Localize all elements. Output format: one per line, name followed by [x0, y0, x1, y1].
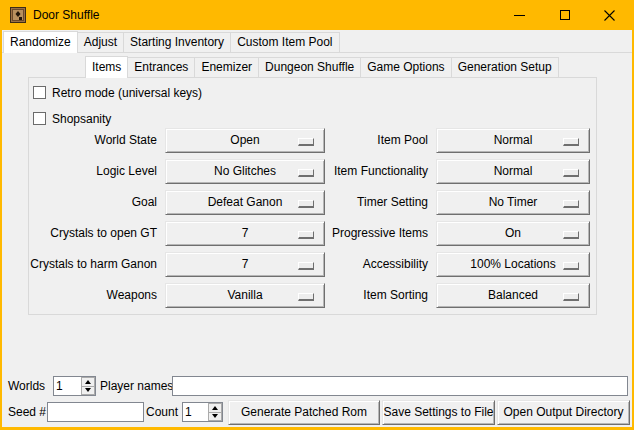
- accessibility-label: Accessibility: [320, 252, 428, 277]
- window-title: Door Shuffle: [33, 0, 100, 30]
- progressive-items-dropdown[interactable]: On: [436, 221, 590, 246]
- tab-dungeon-shuffle[interactable]: Dungeon Shuffle: [258, 57, 361, 77]
- weapons-label: Weapons: [30, 283, 157, 308]
- dropdown-indicator-icon: [563, 231, 579, 239]
- retro-mode-label: Retro mode (universal keys): [52, 86, 202, 100]
- close-icon: [604, 10, 615, 21]
- shopsanity-checkbox[interactable]: [33, 112, 46, 125]
- open-output-directory-button[interactable]: Open Output Directory: [497, 400, 630, 425]
- dropdown-indicator-icon: [563, 262, 579, 270]
- tab-generation-setup[interactable]: Generation Setup: [451, 57, 559, 77]
- logic-level-dropdown[interactable]: No Glitches: [165, 159, 325, 184]
- tab-items[interactable]: Items: [85, 56, 128, 78]
- spin-up-icon: [85, 380, 91, 384]
- spin-up-icon: [212, 406, 218, 410]
- seed-input[interactable]: [47, 402, 144, 422]
- crystals-open-gt-value: 7: [242, 226, 249, 240]
- tab-entrances[interactable]: Entrances: [127, 57, 195, 77]
- logic-level-value: No Glitches: [214, 164, 276, 178]
- count-label: Count: [144, 402, 178, 422]
- dropdown-indicator-icon: [563, 169, 579, 177]
- goal-label: Goal: [30, 190, 157, 215]
- count-spin-buttons: [208, 403, 222, 421]
- worlds-spinbox: [53, 376, 96, 396]
- dropdown-indicator-icon: [298, 293, 314, 301]
- outer-notebook-border: [2, 52, 632, 53]
- goal-dropdown[interactable]: Defeat Ganon: [165, 190, 325, 215]
- seed-label: Seed #: [8, 402, 46, 422]
- minimize-button[interactable]: [497, 0, 542, 30]
- count-spinbox: [182, 402, 223, 422]
- worlds-label: Worlds: [8, 376, 45, 396]
- crystals-open-gt-label: Crystals to open GT: [30, 221, 157, 246]
- dropdown-indicator-icon: [563, 138, 579, 146]
- door-icon: [10, 7, 26, 23]
- dropdown-indicator-icon: [563, 200, 579, 208]
- worlds-spin-down-button[interactable]: [81, 386, 95, 396]
- player-names-label: Player names: [100, 376, 173, 396]
- accessibility-dropdown[interactable]: 100% Locations: [436, 252, 590, 277]
- goal-value: Defeat Ganon: [208, 195, 283, 209]
- item-sorting-dropdown[interactable]: Balanced: [436, 283, 590, 308]
- crystals-harm-ganon-dropdown[interactable]: 7: [165, 252, 325, 277]
- item-pool-label: Item Pool: [320, 128, 428, 153]
- player-names-input[interactable]: [172, 376, 628, 396]
- item-functionality-value: Normal: [494, 164, 533, 178]
- item-pool-value: Normal: [494, 133, 533, 147]
- retro-mode-checkbox[interactable]: [33, 86, 46, 99]
- item-functionality-label: Item Functionality: [320, 159, 428, 184]
- progressive-items-value: On: [505, 226, 521, 240]
- shopsanity-label: Shopsanity: [52, 112, 111, 126]
- item-functionality-dropdown[interactable]: Normal: [436, 159, 590, 184]
- crystals-harm-ganon-value: 7: [242, 257, 249, 271]
- dropdown-indicator-icon: [298, 231, 314, 239]
- tab-game-options[interactable]: Game Options: [360, 57, 451, 77]
- inner-tab-bar: Items Entrances Enemizer Dungeon Shuffle…: [85, 56, 558, 77]
- worlds-input[interactable]: [54, 377, 81, 395]
- crystals-open-gt-dropdown[interactable]: 7: [165, 221, 325, 246]
- timer-setting-dropdown[interactable]: No Timer: [436, 190, 590, 215]
- crystals-harm-ganon-label: Crystals to harm Ganon: [30, 252, 157, 277]
- worlds-spin-buttons: [81, 377, 95, 395]
- window-border-left: [0, 0, 2, 430]
- tab-randomize[interactable]: Randomize: [3, 31, 78, 53]
- accessibility-value: 100% Locations: [470, 257, 555, 271]
- weapons-dropdown[interactable]: Vanilla: [165, 283, 325, 308]
- spin-down-icon: [85, 388, 91, 392]
- item-sorting-value: Balanced: [488, 288, 538, 302]
- weapons-value: Vanilla: [227, 288, 262, 302]
- dropdown-indicator-icon: [298, 169, 314, 177]
- world-state-label: World State: [30, 128, 157, 153]
- door-shuffle-window: Door Shuffle Randomize Adjust Starting I…: [0, 0, 634, 430]
- logic-level-label: Logic Level: [30, 159, 157, 184]
- world-state-dropdown[interactable]: Open: [165, 128, 325, 153]
- dropdown-indicator-icon: [563, 293, 579, 301]
- spin-down-icon: [212, 414, 218, 418]
- dropdown-indicator-icon: [298, 138, 314, 146]
- dropdown-indicator-icon: [298, 200, 314, 208]
- save-settings-button[interactable]: Save Settings to File: [382, 400, 495, 425]
- tab-enemizer[interactable]: Enemizer: [194, 57, 259, 77]
- world-state-value: Open: [230, 133, 259, 147]
- timer-setting-value: No Timer: [489, 195, 538, 209]
- tab-custom-item-pool[interactable]: Custom Item Pool: [230, 32, 339, 52]
- dropdown-indicator-icon: [298, 262, 314, 270]
- generate-patched-rom-button[interactable]: Generate Patched Rom: [228, 400, 380, 425]
- tab-starting-inventory[interactable]: Starting Inventory: [123, 32, 231, 52]
- item-sorting-label: Item Sorting: [320, 283, 428, 308]
- titlebar[interactable]: Door Shuffle: [0, 0, 634, 30]
- minimize-icon: [514, 15, 525, 16]
- outer-tab-bar: Randomize Adjust Starting Inventory Cust…: [3, 31, 339, 52]
- timer-setting-label: Timer Setting: [320, 190, 428, 215]
- item-pool-dropdown[interactable]: Normal: [436, 128, 590, 153]
- maximize-icon: [560, 10, 570, 20]
- tab-adjust[interactable]: Adjust: [77, 32, 124, 52]
- close-button[interactable]: [587, 0, 632, 30]
- caption-buttons: [497, 0, 632, 30]
- maximize-button[interactable]: [542, 0, 587, 30]
- count-spin-down-button[interactable]: [208, 412, 222, 422]
- count-input[interactable]: [183, 403, 208, 421]
- progressive-items-label: Progressive Items: [320, 221, 428, 246]
